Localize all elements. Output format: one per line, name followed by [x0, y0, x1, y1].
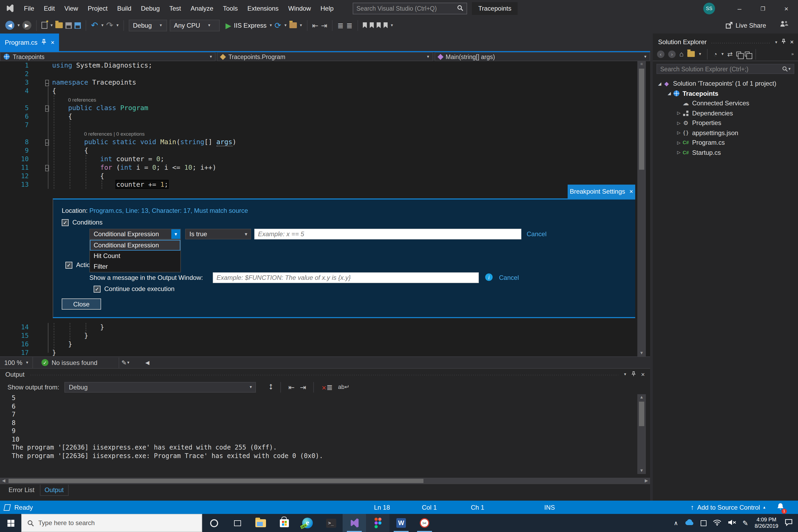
tray-clock[interactable]: 4:09 PM8/26/2019 [755, 517, 778, 529]
fold-toggle[interactable]: – [45, 80, 49, 86]
tab-close-icon[interactable]: × [51, 39, 55, 46]
info-icon[interactable]: i [485, 273, 493, 281]
tree-expander[interactable]: ▷ [676, 121, 682, 126]
message-cancel-link[interactable]: Cancel [499, 274, 519, 281]
toolbar-overflow-icon[interactable]: » [791, 52, 794, 56]
pending-changes-filter-icon[interactable]: ◔ [714, 50, 717, 58]
bookmark-icon[interactable] [363, 22, 367, 28]
menu-project[interactable]: Project [83, 0, 113, 17]
close-button[interactable]: × [775, 0, 798, 17]
breakpoint-settings-tab[interactable]: Breakpoint Settings× [568, 185, 635, 198]
minimize-button[interactable]: – [728, 0, 751, 17]
code-line[interactable]: 17} [0, 348, 628, 357]
condition-operator-dropdown[interactable]: Is true▼ [185, 229, 251, 240]
notifications-bell[interactable]: 1 [777, 500, 784, 514]
code-line[interactable]: 4{ [0, 87, 628, 95]
figma-icon[interactable] [366, 514, 390, 532]
panel-pin-icon[interactable] [781, 38, 786, 46]
code-cleanup-icon[interactable]: ✎ [121, 359, 127, 366]
dropdown-option-hit-count[interactable]: Hit Count [90, 251, 180, 261]
start-button[interactable] [0, 514, 21, 532]
code-line[interactable]: 3–namespace Tracepoints [0, 78, 628, 87]
code-line[interactable]: 14 } [0, 323, 628, 331]
background-tasks-icon[interactable] [3, 504, 11, 510]
live-share-button[interactable]: Live Share [725, 17, 766, 34]
menu-tools[interactable]: Tools [218, 0, 243, 17]
edge-dev-icon[interactable]: eDEV [296, 514, 319, 532]
menu-extensions[interactable]: Extensions [243, 0, 283, 17]
tree-expander[interactable]: ▷ [676, 111, 682, 116]
breadcrumb-class[interactable]: Tracepoints.Program▾ [217, 52, 433, 61]
output-vertical-scrollbar[interactable]: ▲ ▼ [637, 394, 646, 474]
dropdown-option-filter[interactable]: Filter [90, 261, 180, 272]
menu-window[interactable]: Window [283, 0, 316, 17]
zoom-dropdown[interactable]: 100 %▾ [0, 357, 33, 368]
run-target-label[interactable]: IIS Express [234, 22, 267, 29]
breadcrumb-project[interactable]: Tracepoints▾ [0, 52, 216, 61]
taskbar-search[interactable]: Type here to search [21, 514, 202, 532]
next-bookmark-icon[interactable] [376, 22, 381, 28]
dropdown-option-conditional-expression[interactable]: Conditional Expression [90, 240, 180, 251]
navigate-back-button[interactable]: ◀ [5, 21, 14, 30]
se-back-icon[interactable]: ‹ [657, 50, 664, 58]
code-line[interactable]: 6 { [0, 112, 628, 121]
tree-item-tracepoints[interactable]: ◢Tracepoints [653, 89, 798, 98]
code-line[interactable]: 11– for (int i = 0; i <= 10; i++) [0, 163, 628, 172]
menu-edit[interactable]: Edit [39, 0, 60, 17]
se-forward-icon[interactable]: › [668, 50, 676, 58]
menu-view[interactable]: View [60, 0, 83, 17]
conditions-checkbox[interactable]: ✓ [62, 219, 69, 226]
scrollbar-split-grip[interactable]: ≡ [637, 61, 646, 68]
vs-search-box[interactable]: Search Visual Studio (Ctrl+Q) [353, 3, 467, 14]
code-line[interactable]: 10 int counter = 0; [0, 155, 628, 163]
menu-help[interactable]: Help [316, 0, 338, 17]
people-icon[interactable] [780, 20, 788, 29]
code-line[interactable]: 1using System.Diagnostics; [0, 61, 628, 70]
word-icon[interactable]: W [390, 514, 413, 532]
tab-output[interactable]: Output [40, 484, 68, 496]
scroll-down-arrow[interactable]: ▼ [637, 350, 646, 357]
visual-studio-taskbar-icon[interactable] [343, 514, 366, 532]
panel-close-icon[interactable]: × [790, 38, 794, 46]
code-line[interactable]: 0 references | 0 exceptions [0, 129, 628, 138]
collapse-all-icon[interactable] [736, 52, 741, 56]
tree-item-dependencies[interactable]: ▷Dependencies [653, 108, 798, 118]
volume-muted-icon[interactable] [727, 519, 736, 527]
panel-menu-icon[interactable]: ▾ [624, 372, 626, 377]
output-log[interactable]: 5678910The program '[22636] iisexpress.e… [0, 394, 636, 474]
word-wrap-icon[interactable]: ab↵ [338, 384, 349, 391]
solution-explorer-search[interactable]: Search Solution Explorer (Ctrl+;) ▾ [657, 64, 794, 74]
account-avatar[interactable]: SS [703, 3, 715, 14]
tree-expander[interactable]: ▷ [676, 131, 682, 135]
code-line[interactable]: 9 { [0, 146, 628, 155]
code-line[interactable]: 16 } [0, 340, 628, 348]
panel-close-icon[interactable]: × [641, 370, 645, 378]
tree-item-solution-tracepoints-1-of-1-project[interactable]: ◢◆Solution 'Tracepoints' (1 of 1 project… [653, 79, 798, 89]
clear-bookmarks-icon[interactable] [383, 22, 387, 28]
wifi-icon[interactable] [712, 519, 721, 527]
dialog-close-icon[interactable]: × [629, 188, 633, 195]
pin-icon[interactable] [42, 39, 46, 46]
continue-checkbox[interactable]: ✓ [94, 285, 100, 292]
file-explorer-icon[interactable] [249, 514, 272, 532]
code-line[interactable]: 7 [0, 121, 628, 129]
editor-scroll-thumb[interactable] [639, 69, 644, 170]
microsoft-store-icon[interactable] [272, 514, 296, 532]
tree-expander[interactable]: ◢ [667, 91, 672, 96]
condition-expression-input[interactable] [254, 229, 521, 240]
snipping-tool-icon[interactable]: ✂ [413, 514, 436, 532]
panel-menu-icon[interactable]: ▾ [775, 40, 777, 44]
refresh-icon[interactable]: ⟳ [274, 20, 281, 30]
menu-build[interactable]: Build [112, 0, 136, 17]
code-line[interactable]: 13 counter += 1; [0, 180, 628, 189]
tab-program-cs[interactable]: Program.cs × [0, 34, 59, 51]
code-line[interactable]: 2 [0, 70, 628, 78]
scroll-left-arrow[interactable]: ◀ [145, 360, 149, 365]
codelens-annotation[interactable]: 0 references [52, 97, 96, 103]
save-all-icon[interactable] [75, 22, 81, 28]
tree-item-connected-services[interactable]: ☁Connected Services [653, 98, 798, 108]
output-horizontal-scrollbar[interactable]: ◀ ▶ [0, 478, 650, 484]
condition-cancel-link[interactable]: Cancel [527, 230, 547, 238]
menu-debug[interactable]: Debug [136, 0, 165, 17]
pen-icon[interactable]: ✎ [742, 519, 748, 527]
